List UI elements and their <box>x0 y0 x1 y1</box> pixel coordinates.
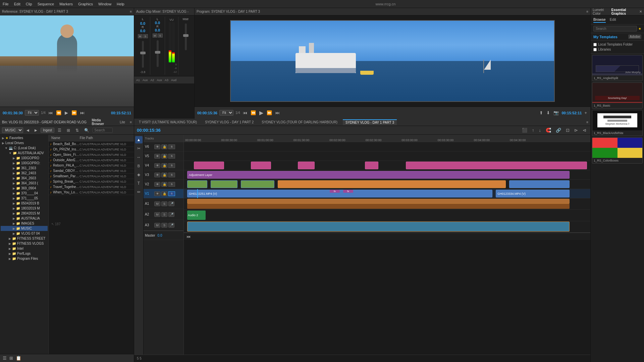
tree-c-drive[interactable]: ▼ 💻 C: (Local Disk) <box>1 145 48 150</box>
bin-filter-dropdown[interactable]: MUSIC <box>2 127 23 133</box>
tree-intel[interactable]: ▶ 📁 Intel <box>1 246 48 251</box>
track-a2-mute[interactable]: M <box>154 212 160 217</box>
tl-tab-3[interactable]: SYDNEY VLOG - DAY 1 PART 3 <box>343 119 397 125</box>
timeline-more[interactable]: ≡ <box>586 120 588 124</box>
eg-star-filter[interactable]: ★ <box>638 27 641 31</box>
menu-window[interactable]: Window <box>98 2 111 6</box>
track-v3-sync[interactable]: S <box>168 173 175 177</box>
master-prev[interactable]: ⏮ <box>186 234 191 239</box>
clip-v2-1[interactable] <box>211 180 237 188</box>
ref-step-fwd[interactable]: ⏩ <box>71 110 77 116</box>
tree-australia-adv[interactable]: ▼ 📁 AUSTRALIA ADV <box>1 150 48 156</box>
menu-graphics[interactable]: Graphics <box>78 2 93 6</box>
tree-australia[interactable]: ▶ 📁 AUSTRALIA <box>1 216 48 221</box>
tool-select[interactable]: ▲ <box>135 136 143 143</box>
prog-extract[interactable]: ⬇ <box>546 110 551 116</box>
bin-thumb-view-btn[interactable]: ⊞ <box>9 356 13 361</box>
clip-v4-2[interactable] <box>298 162 315 169</box>
file-row-6[interactable]: ♪ Smalltown_Parade_Fi C:\AUSTRALIA ADVEN… <box>49 174 134 179</box>
bin-meta-view-btn[interactable]: 📋 <box>16 356 21 361</box>
track-v2-sync[interactable]: S <box>168 182 175 187</box>
clip-v1-1[interactable]: GH0123334.MP4 (V) <box>496 190 570 197</box>
ref-fit-dropdown[interactable]: Fit <box>25 110 39 116</box>
tree-371[interactable]: ▶ 📁 371____05 <box>1 196 48 201</box>
track-a3-solo[interactable]: S <box>161 223 167 228</box>
track-v6-sync[interactable]: S <box>168 144 175 149</box>
bin-search-input[interactable] <box>93 128 113 133</box>
eg-tab-edit[interactable]: Edit <box>610 17 616 23</box>
track-v1-eye[interactable]: 👁 <box>154 191 160 196</box>
track-v5-lock[interactable]: 🔒 <box>161 154 167 159</box>
menu-file[interactable]: File <box>3 2 9 6</box>
prog-play[interactable]: ▶ <box>259 109 264 117</box>
clip-fx-marker-2[interactable]: fx <box>343 190 353 193</box>
bin-nav-fwd[interactable]: ▶ <box>33 128 39 132</box>
track-a2-rec[interactable]: 🎤 <box>168 212 174 217</box>
track-a3-mute[interactable]: M <box>154 223 160 228</box>
tl-group[interactable]: ⊡ <box>565 127 571 133</box>
prog-export-frame[interactable]: 📷 <box>553 110 559 116</box>
tl-tab-1[interactable]: SYDNEY VLOG - DAY 1 PART 2 <box>202 120 256 125</box>
tree-369[interactable]: ▶ 📁 369_0904 <box>1 186 48 191</box>
prog-play-next[interactable]: ⏭ <box>275 110 280 116</box>
tree-18032019[interactable]: ▶ 📁 18032019 M <box>1 206 48 211</box>
track-v3-eye[interactable]: 👁 <box>154 173 160 177</box>
bin-ingest[interactable]: Ingest <box>41 128 54 133</box>
prog-lift[interactable]: ⬆ <box>539 110 544 116</box>
track-v6-lock[interactable]: 🔒 <box>161 144 167 149</box>
clip-fx-marker[interactable]: fx <box>330 190 340 193</box>
tl-tab-0[interactable]: T VISIT! (ULTIMATE WALKING TOUR) <box>136 120 200 125</box>
tree-perflogs[interactable]: ▶ 📁 PerfLogs <box>1 251 48 256</box>
track-v1-lock[interactable]: 🔒 <box>161 191 167 196</box>
track-v2-eye[interactable]: 👁 <box>154 182 160 187</box>
track-a1-mute[interactable]: M <box>154 201 160 206</box>
bin-list-view-btn[interactable]: ☰ <box>3 356 7 361</box>
file-row-9[interactable]: ♪ When_You_Love_Matt C:\AUSTRALIA ADVENT… <box>49 190 134 195</box>
tl-add-track[interactable]: ⬛ <box>521 127 529 133</box>
clip-v2-0[interactable] <box>187 180 207 188</box>
track-v3-lock[interactable]: 🔒 <box>161 173 167 177</box>
tree-favorites[interactable]: ▶ ★ Favorites <box>1 135 48 140</box>
clip-v4-6[interactable] <box>406 162 587 169</box>
menu-sequence[interactable]: Sequence <box>38 2 54 6</box>
menu-clip[interactable]: Clip <box>26 2 32 6</box>
ref-play-prev[interactable]: ⏮ <box>48 110 53 116</box>
tree-364b[interactable]: ▶ 📁 364_2603 ( <box>1 181 48 186</box>
file-row-8[interactable]: ♪ Travel_Together_Hale C:\AUSTRALIA ADVE… <box>49 184 134 190</box>
clip-adjustment[interactable]: Adjustment Layer <box>187 171 570 179</box>
tl-tab-2[interactable]: SYDNEY VLOG (TOUR OF DARLING HARBOUR) <box>259 120 340 125</box>
file-row-0[interactable]: ♪ Beach_Ball_Body_Sla C:\AUSTRALIA ADVEN… <box>49 141 134 147</box>
tree-local-drives[interactable]: ▶ Local Drives <box>1 140 48 145</box>
prog-play-prev[interactable]: ⏮ <box>242 110 248 116</box>
filter-local-checkbox[interactable] <box>593 43 597 46</box>
program-monitor-more[interactable]: ≡ <box>586 10 588 13</box>
file-row-7[interactable]: ♪ Spring_Break_Bash_P C:\AUSTRALIA ADVEN… <box>49 179 134 184</box>
prog-add-marker[interactable]: + <box>584 110 588 116</box>
tree-program-files[interactable]: ▶ 📁 Program Files <box>1 256 48 261</box>
tl-lift[interactable]: ↑ <box>531 127 536 133</box>
bin-view-icons[interactable]: ⊞ <box>65 128 72 133</box>
clip-a3[interactable] <box>187 222 570 232</box>
tree-05042019[interactable]: ▶ 📁 05042019 B <box>1 201 48 206</box>
file-row-1[interactable]: ♪ Oh_PRIZM_Instrument C:\AUSTRALIA ADVEN… <box>49 147 134 152</box>
track-v5-eye[interactable]: 👁 <box>154 154 160 159</box>
tree-fitness-street[interactable]: ▶ 📁 FITNESS STREET <box>1 236 48 241</box>
track-v4-lock[interactable]: 🔒 <box>161 163 167 168</box>
tl-mark-out[interactable]: ⊲ <box>581 127 588 133</box>
eg-close[interactable]: ✕ <box>639 10 642 13</box>
template-item-1[interactable]: Snorkeling Day! 1_RS_Basic <box>592 82 643 109</box>
filter-local[interactable]: Local Templates Folder <box>593 42 641 47</box>
clip-a1-waveform[interactable] <box>187 204 570 209</box>
tool-track-select[interactable]: ↔ <box>135 154 143 161</box>
tool-type[interactable]: T <box>135 180 143 187</box>
clip-a1[interactable] <box>187 199 570 204</box>
bin-tab-media-browser[interactable]: Media Browser <box>90 119 115 127</box>
menu-edit[interactable]: Edit <box>14 2 20 6</box>
tree-28042015[interactable]: ▶ 📁 28042015 M <box>1 211 48 216</box>
file-row-3[interactable]: ♪ Outside_AlterEgo_Inst C:\AUSTRALIA ADV… <box>49 158 134 163</box>
track-v5-sync[interactable]: S <box>168 154 175 159</box>
clip-v2-3[interactable] <box>278 180 506 188</box>
tree-100gopro[interactable]: ▶ 📁 100GOPRO <box>1 156 48 161</box>
track-v1-sync[interactable]: S <box>168 191 175 196</box>
file-row-4[interactable]: ♪ Reborn_PALA_Instrum C:\AUSTRALIA ADVEN… <box>49 163 134 168</box>
